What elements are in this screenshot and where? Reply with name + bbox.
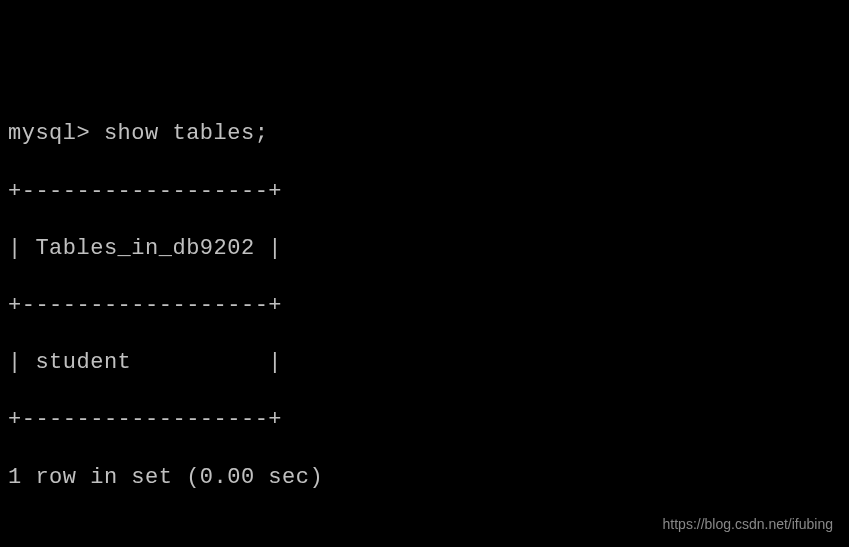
show-tables-summary: 1 row in set (0.00 sec) [8, 464, 841, 493]
table-header-row: | Tables_in_db9202 | [8, 235, 841, 264]
prompt-line-1: mysql> show tables; [8, 120, 841, 149]
table-border-bottom: +------------------+ [8, 406, 841, 435]
command-show-tables: show tables; [104, 121, 268, 146]
table-data-row: | student | [8, 349, 841, 378]
table-border-top: +------------------+ [8, 178, 841, 207]
table-border-mid: +------------------+ [8, 292, 841, 321]
prompt-prefix: mysql> [8, 121, 104, 146]
watermark-text: https://blog.csdn.net/ifubing [663, 515, 833, 533]
